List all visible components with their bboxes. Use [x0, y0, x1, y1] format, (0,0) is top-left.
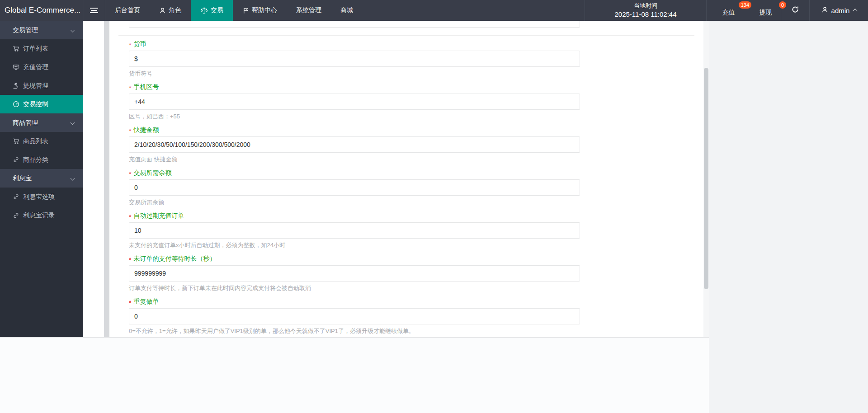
- chevron-up-icon: [853, 9, 858, 14]
- recharge-badge: 134: [739, 1, 751, 9]
- link-icon: [13, 212, 19, 219]
- cart-icon: [13, 138, 19, 145]
- field-label: 自动过期充值订单: [133, 212, 184, 220]
- local-time: 当地时间 2025-11-08 11:02:44: [585, 0, 707, 21]
- payment-wait-time-input[interactable]: [129, 265, 580, 282]
- top-nav: 后台首页 角色 交易: [105, 0, 363, 21]
- hamburger-menu-icon[interactable]: [83, 0, 105, 21]
- sidebar-group-trade-management[interactable]: 交易管理: [0, 21, 83, 39]
- app-logo: Global E-Commerce...: [0, 0, 83, 21]
- right-area: [709, 21, 868, 413]
- nav-item-mall[interactable]: 商城: [331, 0, 363, 21]
- nav-item-system[interactable]: 系统管理: [287, 0, 331, 21]
- refresh-icon: [791, 5, 799, 15]
- gauge-icon: [13, 101, 19, 108]
- header-right-cluster: 当地时间 2025-11-08 11:02:44 充值 134 提现 0 a: [585, 0, 868, 21]
- nav-item-help-center[interactable]: 帮助中心: [233, 0, 287, 21]
- chevron-down-icon: [71, 176, 75, 181]
- field-label: 货币: [133, 40, 146, 48]
- field-label: 未订单的支付等待时长（秒）: [133, 255, 216, 263]
- required-asterisk: *: [129, 213, 131, 221]
- field-hint: 订单支付等待时长，新下订单未在此时间内容完成支付将会被自动取消: [129, 284, 580, 291]
- nav-item-dashboard[interactable]: 后台首页: [105, 0, 150, 21]
- field-label: 快捷金额: [133, 126, 159, 134]
- link-icon: [13, 156, 19, 163]
- field-repeat-order: *重复做单 0=不允许，1=允许，如果昨天用户做了VIP1级别的单，那么他今天就…: [129, 297, 580, 334]
- top-header: Global E-Commerce... 后台首页 角色: [0, 0, 868, 21]
- required-asterisk: *: [129, 256, 131, 263]
- field-hint: 未支付的充值订单x小时后自动过期，必须为整数，如24小时: [129, 241, 580, 249]
- withdraw-button[interactable]: 提现 0: [750, 0, 781, 21]
- phone-area-code-input[interactable]: [129, 94, 580, 110]
- field-label: 交易所需余额: [133, 169, 171, 177]
- cart-icon: [13, 45, 19, 52]
- required-asterisk: *: [129, 170, 131, 178]
- field-auto-expire-orders: *自动过期充值订单 未支付的充值订单x小时后自动过期，必须为整数，如24小时: [129, 211, 580, 249]
- sidebar-item-product-list[interactable]: 商品列表: [0, 132, 83, 150]
- sidebar-group-product-management[interactable]: 商品管理: [0, 113, 83, 132]
- user-menu[interactable]: admin: [809, 0, 868, 21]
- bottom-area: [0, 337, 709, 413]
- required-asterisk: *: [129, 127, 131, 135]
- sidebar-item-recharge-management[interactable]: 充值管理: [0, 58, 83, 76]
- required-balance-input[interactable]: [129, 179, 580, 196]
- chevron-down-icon: [71, 121, 75, 125]
- sidebar-item-interest-options[interactable]: 利息宝选项: [0, 188, 83, 206]
- user-icon: [821, 6, 828, 14]
- field-required-balance: *交易所需余额 交易所需余额: [129, 169, 580, 206]
- local-time-value: 2025-11-08 11:02:44: [614, 10, 676, 19]
- field-hint: 区号，如巴西：+55: [129, 113, 580, 120]
- nav-item-roles[interactable]: 角色: [150, 0, 191, 21]
- sidebar-group-interest-treasure[interactable]: 利息宝: [0, 169, 83, 188]
- partial-input-top[interactable]: [129, 21, 580, 28]
- inner-scrollbar-left[interactable]: [104, 21, 109, 337]
- sidebar-item-trade-control[interactable]: 交易控制: [0, 95, 83, 113]
- required-asterisk: *: [129, 84, 131, 92]
- chart-board-icon: [13, 64, 19, 70]
- required-asterisk: *: [129, 42, 131, 49]
- scrollbar-track[interactable]: [703, 21, 709, 337]
- quick-amounts-input[interactable]: [129, 136, 580, 153]
- chevron-down-icon: [71, 28, 75, 33]
- sidebar-item-order-list[interactable]: 订单列表: [0, 39, 83, 58]
- field-hint: 交易所需余额: [129, 198, 580, 206]
- scrollbar-thumb[interactable]: [704, 68, 708, 289]
- field-quick-amounts: *快捷金额 充值页面 快捷金额: [129, 126, 580, 163]
- flag-icon: [242, 7, 249, 14]
- sidebar: 交易管理 订单列表 充值管理 提现管理: [0, 21, 83, 337]
- field-currency: *货币 货币符号: [129, 40, 580, 77]
- local-time-label: 当地时间: [634, 2, 657, 10]
- sidebar-item-interest-records[interactable]: 利息宝记录: [0, 206, 83, 225]
- required-asterisk: *: [129, 299, 131, 306]
- currency-input[interactable]: [129, 51, 580, 67]
- field-hint: 充值页面 快捷金额: [129, 155, 580, 163]
- main-content: *货币 货币符号 *手机区号 区号，如巴西：+55 *快捷金额 充值页面 快捷金…: [83, 21, 709, 337]
- field-hint: 货币符号: [129, 70, 580, 77]
- recharge-button[interactable]: 充值 134: [707, 0, 750, 21]
- sidebar-item-withdraw-management[interactable]: 提现管理: [0, 76, 83, 95]
- field-label: 重复做单: [133, 298, 159, 306]
- trade-control-form: *货币 货币符号 *手机区号 区号，如巴西：+55 *快捷金额 充值页面 快捷金…: [129, 40, 580, 337]
- field-label: 手机区号: [133, 83, 159, 91]
- nav-item-trade[interactable]: 交易: [191, 0, 233, 21]
- gavel-icon: [13, 82, 19, 89]
- scales-icon: [200, 7, 208, 14]
- user-name: admin: [831, 7, 850, 14]
- section-divider: [118, 35, 694, 36]
- field-phone-area-code: *手机区号 区号，如巴西：+55: [129, 83, 580, 120]
- withdraw-badge: 0: [779, 1, 786, 9]
- auto-expire-orders-input[interactable]: [129, 222, 580, 239]
- link-icon: [13, 193, 19, 200]
- repeat-order-input[interactable]: [129, 308, 580, 324]
- sidebar-item-product-category[interactable]: 商品分类: [0, 150, 83, 169]
- user-icon: [159, 7, 166, 14]
- field-payment-wait-time: *未订单的支付等待时长（秒） 订单支付等待时长，新下订单未在此时间内容完成支付将…: [129, 254, 580, 291]
- field-hint: 0=不允许，1=允许，如果昨天用户做了VIP1级别的单，那么他今天就做不了VIP…: [129, 327, 580, 334]
